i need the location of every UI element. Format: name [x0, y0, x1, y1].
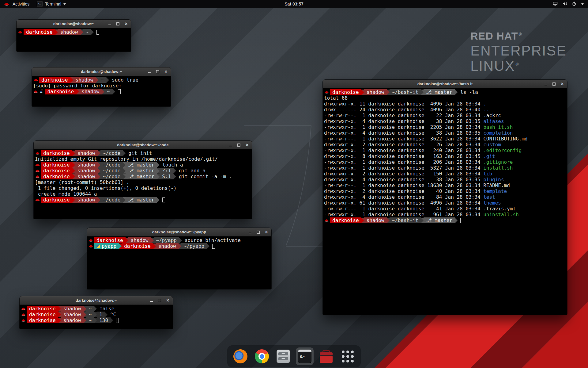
activities-button[interactable]: Activities: [0, 0, 33, 8]
prompt-segment-path: ~/bash-it: [390, 89, 421, 95]
terminal-cursor: [460, 218, 463, 223]
ls-row-meta: drwxrwxr-x. 4 darknoise darknoise 38 Jan…: [324, 118, 483, 124]
typed-command: source bin/activate: [182, 237, 241, 243]
maximize-button[interactable]: [256, 230, 260, 234]
terminal-output-line: 1 file changed, 0 insertions(+), 0 delet…: [35, 185, 252, 191]
prompt-segment-user: darknoise: [330, 217, 361, 223]
window-titlebar[interactable]: darknoise@shadow:~/bash-it×: [323, 80, 567, 88]
dock-app-grid[interactable]: [339, 347, 356, 365]
prompt-segment-user: darknoise: [41, 168, 72, 174]
powerline-separator-icon: [98, 174, 100, 179]
minimize-button[interactable]: [228, 143, 233, 147]
terminal-viewport[interactable]: darknoiseshadow~falsedarknoiseshadow~1^C…: [20, 305, 173, 329]
powerline-separator-icon: [98, 168, 100, 174]
redhat-prompt-icon: [89, 239, 93, 242]
window-titlebar[interactable]: darknoise@shadow:~/code×: [34, 141, 252, 149]
ls-row-meta: drwxrwxr-x. 8 darknoise darknoise 163 Ja…: [324, 153, 483, 159]
minimize-button[interactable]: [248, 230, 252, 234]
close-button[interactable]: ×: [245, 143, 249, 147]
terminal-viewport[interactable]: darknoiseshadow~sudo true[sudo] password…: [32, 76, 171, 106]
chevron-down-icon: [581, 3, 584, 5]
window-titlebar[interactable]: darknoise@shadow:~×: [17, 20, 131, 28]
app-grid-icon: [342, 351, 354, 362]
system-status-area[interactable]: [553, 0, 588, 8]
minimize-button[interactable]: [107, 22, 112, 26]
minimize-button[interactable]: [149, 298, 153, 303]
terminal-icon-glyph: $>: [298, 352, 311, 359]
prompt-segment-user: darknoise: [24, 29, 55, 35]
window-controls: ×: [107, 20, 128, 28]
terminal-ls-row: -rw-rw-r--. 1 darknoise darknoise 18630 …: [324, 182, 567, 188]
terminal-prompt-line: darknoiseshadow~sudo true: [33, 77, 171, 83]
terminal-window-home-3: darknoise@shadow:~×darknoiseshadow~false…: [20, 296, 173, 329]
minimize-button[interactable]: [544, 82, 548, 86]
window-controls: ×: [248, 228, 269, 236]
dock-chrome[interactable]: [253, 347, 271, 365]
app-menu-terminal[interactable]: >_ Terminal: [33, 0, 70, 8]
clock[interactable]: Sat 03:57: [285, 2, 303, 6]
close-button[interactable]: ×: [560, 82, 564, 86]
terminal-viewport[interactable]: darknoiseshadow~/codegit initInitialized…: [34, 149, 252, 219]
terminal-viewport[interactable]: darknoiseshadow~/bash-it⎇ masterls -lato…: [323, 88, 567, 315]
close-button[interactable]: ×: [264, 230, 269, 234]
window-titlebar[interactable]: darknoise@shadow:~/pyapp×: [87, 228, 271, 236]
maximize-button[interactable]: [116, 22, 120, 26]
powerline-separator-icon: [123, 174, 126, 179]
prompt-segment-user: darknoise: [41, 197, 72, 203]
maximize-button[interactable]: [237, 143, 241, 147]
terminal-ls-row: drwxrwxr-x. 2 darknoise darknoise 40 Jan…: [324, 188, 567, 194]
typed-command: ls -la: [458, 89, 478, 95]
powerline-separator-icon: [98, 197, 100, 203]
powerline-separator-icon: [421, 218, 424, 223]
prompt-segment-path: ~: [83, 29, 91, 35]
brand-line-redhat: RED HAT®: [470, 31, 567, 42]
prompt-segment-path: ~: [99, 77, 107, 83]
prompt-segment-path: ~/code: [100, 162, 123, 168]
redhat-branding: RED HAT® ENTERPRISE LINUX®: [470, 31, 567, 73]
powerline-separator-icon: [58, 312, 61, 317]
powerline-separator-icon: [94, 312, 97, 317]
close-button[interactable]: ×: [166, 298, 170, 303]
prompt-segment-path: ~: [86, 312, 94, 317]
ls-row-meta: -rwxrwxr-x. 1 darknoise darknoise 2205 J…: [324, 124, 483, 130]
powerline-separator-icon: [111, 318, 113, 323]
close-button[interactable]: ×: [164, 70, 168, 74]
app-menu-label: Terminal: [45, 2, 61, 6]
dock-toolbox[interactable]: [317, 347, 335, 365]
prompt-segment-user: darknoise: [330, 89, 361, 95]
close-button[interactable]: ×: [124, 22, 128, 26]
prompt-segment-user: darknoise: [122, 243, 153, 249]
powerline-separator-icon: [153, 243, 156, 249]
maximize-button[interactable]: [156, 70, 160, 74]
maximize-button[interactable]: [552, 82, 556, 86]
redhat-prompt-icon: [33, 79, 38, 82]
terminal-cursor: [116, 318, 119, 323]
prompt-segment-host: shadow: [61, 312, 84, 317]
ls-row-meta: -rwxrwxr-x. 1 darknoise darknoise 206 Ja…: [324, 159, 483, 165]
terminal-ls-row: -rw-rw-r--. 1 darknoise darknoise 41 Jan…: [324, 206, 567, 212]
window-titlebar[interactable]: darknoise@shadow:~×: [20, 296, 173, 305]
terminal-viewport[interactable]: darknoiseshadow~/pyappsource bin/activat…: [87, 236, 271, 289]
powerline-separator-icon: [123, 197, 126, 203]
powerline-separator-icon: [157, 168, 160, 174]
powerline-separator-icon: [157, 174, 160, 179]
redhat-prompt-icon: [89, 245, 93, 248]
prompt-segment-user: darknoise: [27, 306, 58, 312]
terminal-prompt-line: pyappdarknoiseshadow~/pyapp: [88, 243, 271, 249]
terminal-window-home-2: darknoise@shadow:~×darknoiseshadow~sudo …: [32, 67, 171, 106]
terminal-viewport[interactable]: darknoiseshadow~: [17, 28, 131, 52]
ls-row-filename: lib: [483, 171, 492, 177]
window-controls: ×: [228, 141, 249, 149]
terminal-output-line: create mode 100644 a: [35, 191, 252, 197]
prompt-segment-path: ~/bash-it: [390, 217, 421, 223]
ls-row-meta: drwxrwxr-x. 11 darknoise darknoise 4096 …: [324, 101, 483, 107]
dock-terminal[interactable]: $>: [296, 347, 314, 365]
dock-files[interactable]: [274, 347, 292, 365]
ls-row-meta: -rwxrwxr-x. 1 darknoise darknoise 961 Ja…: [324, 212, 483, 217]
powerline-separator-icon: [76, 89, 79, 94]
window-titlebar[interactable]: darknoise@shadow:~×: [32, 67, 171, 76]
minimize-button[interactable]: [147, 70, 152, 74]
maximize-button[interactable]: [157, 298, 162, 303]
ls-row-filename: ..: [483, 107, 489, 113]
dock-firefox[interactable]: [232, 347, 249, 365]
